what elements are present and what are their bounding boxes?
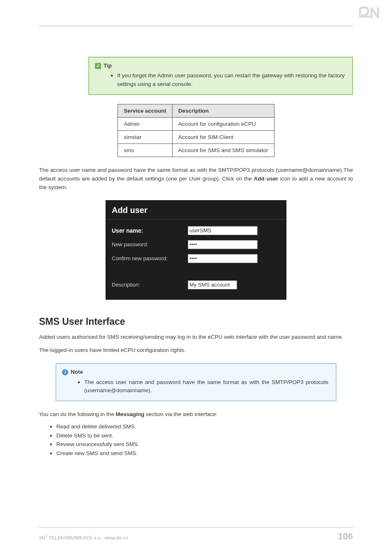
footer-page-number: 106 xyxy=(338,531,353,542)
section-heading: SMS User Interface xyxy=(39,316,353,327)
col-header-description: Description xyxy=(172,104,274,117)
table-row: Admin Account for configuration eCPU xyxy=(118,117,274,130)
tip-heading-text: Tip xyxy=(104,62,112,70)
cell-desc: Account for configuration eCPU xyxy=(172,117,274,130)
table-row: simstar Account for SIM Client xyxy=(118,130,274,143)
note-heading: i Note xyxy=(62,368,328,376)
check-icon: ✓ xyxy=(95,63,101,69)
form-title: Add user xyxy=(106,201,286,220)
username-input: userSMS xyxy=(188,226,258,235)
brand-logo xyxy=(358,5,380,22)
table-header-row: Service account Description xyxy=(118,104,274,117)
list-item: Create new SMS and send SMS. xyxy=(56,449,353,458)
note-heading-text: Note xyxy=(71,368,83,376)
note-callout: i Note The access user name and password… xyxy=(55,363,337,401)
description-label: Description: xyxy=(112,282,188,288)
footer-company: 2N® TELEKOMUNIKACE a.s., www.2n.cz xyxy=(39,534,128,540)
paragraph-messaging: You can do the following in the Messagin… xyxy=(39,410,353,419)
service-account-table: Service account Description Admin Accoun… xyxy=(118,104,274,157)
header-rule xyxy=(39,25,353,26)
list-item: Delete SMS to be sent. xyxy=(56,431,353,440)
cell-account: simstar xyxy=(118,130,173,143)
new-password-label: New password: xyxy=(112,241,188,247)
confirm-password-label: Confirm new password: xyxy=(112,255,188,261)
confirm-password-input: •••• xyxy=(188,254,258,263)
paragraph-added-users: Added users authorised for SMS receiving… xyxy=(39,333,353,342)
tip-heading: ✓ Tip xyxy=(95,62,345,70)
messaging-bullets: Read and delete delivered SMS. Delete SM… xyxy=(39,422,353,458)
list-item: Read and delete delivered SMS. xyxy=(56,422,353,431)
page-footer: 2N® TELEKOMUNIKACE a.s., www.2n.cz 106 xyxy=(39,527,353,542)
info-icon: i xyxy=(62,369,68,375)
note-body: The access user name and password have t… xyxy=(84,378,328,395)
tip-body: If you forget the Admin user password, y… xyxy=(117,72,345,88)
description-input: My SMS account xyxy=(188,280,237,289)
add-user-form-screenshot: Add user User name: userSMS New password… xyxy=(106,200,286,300)
table-row: sms Account for SMS and SMS simulator xyxy=(118,143,274,157)
cell-account: Admin xyxy=(118,117,173,130)
cell-account: sms xyxy=(118,143,173,157)
tip-callout: ✓ Tip If you forget the Admin user passw… xyxy=(88,57,353,95)
cell-desc: Account for SMS and SMS simulator xyxy=(172,143,274,157)
paragraph-access: The access user name and password have t… xyxy=(39,166,353,192)
col-header-account: Service account xyxy=(118,104,173,117)
cell-desc: Account for SIM Client xyxy=(172,130,274,143)
username-label: User name: xyxy=(112,227,188,234)
paragraph-limited-rights: The logged-in users have limited eCPU co… xyxy=(39,346,353,355)
new-password-input: •••• xyxy=(188,240,258,249)
list-item: Review unsuccessfully sent SMS. xyxy=(56,440,353,449)
